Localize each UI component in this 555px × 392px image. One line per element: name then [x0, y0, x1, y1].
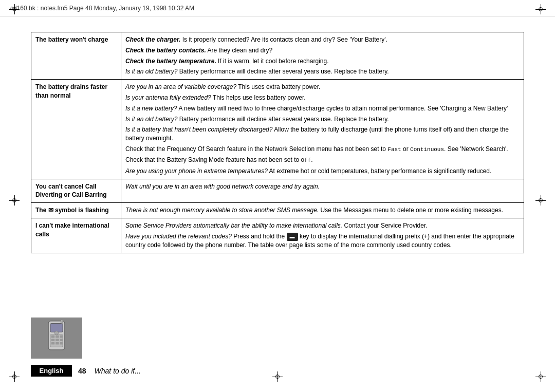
content-line: Is it an old battery? Battery performanc… — [125, 115, 520, 124]
crosshair-top-left — [9, 4, 20, 14]
header-bar: cd160.bk : notes.fm5 Page 48 Monday, Jan… — [0, 0, 555, 16]
page-number: 48 — [78, 367, 86, 375]
content-line: Are you in an area of variable coverage?… — [125, 83, 520, 91]
table-row: The ✉ symbol is flashing There is not en… — [31, 203, 524, 218]
table-row: I can't make international calls Some Se… — [31, 218, 524, 253]
svg-rect-6 — [51, 339, 55, 341]
svg-rect-8 — [60, 339, 63, 341]
table-row: You can't cancel Call Diverting or Call … — [31, 179, 524, 203]
svg-rect-7 — [55, 339, 59, 341]
troubleshoot-table: The battery won't charge Check the charg… — [31, 32, 524, 253]
content-line: Is it a new battery? A new battery will … — [125, 104, 520, 113]
crosshair-top-right — [535, 4, 546, 14]
row-label: The ✉ symbol is flashing — [31, 203, 121, 218]
header-text: cd160.bk : notes.fm5 Page 48 Monday, Jan… — [10, 5, 194, 12]
svg-rect-1 — [50, 324, 63, 332]
svg-rect-10 — [55, 342, 59, 345]
svg-rect-4 — [55, 335, 59, 338]
svg-rect-11 — [60, 342, 63, 345]
content-line: There is not enough memory available to … — [125, 206, 520, 215]
row-content: Wait until you are in an area with good … — [121, 179, 524, 203]
phone-icon — [44, 320, 69, 356]
content-line: Check the battery temperature. If it is … — [125, 57, 520, 66]
row-label: You can't cancel Call Diverting or Call … — [31, 179, 121, 203]
content-line: Check the battery contacts. Are they cle… — [125, 46, 520, 55]
row-content: There is not enough memory available to … — [121, 203, 524, 218]
content-line: Is your antenna fully extended? This hel… — [125, 94, 520, 102]
row-content: Check the charger. Is it properly connec… — [121, 32, 524, 80]
table-row: The battery drains faster than normal Ar… — [31, 80, 524, 179]
row-label: I can't make international calls — [31, 218, 121, 253]
svg-rect-5 — [60, 335, 63, 338]
content-line: Have you included the relevant codes? Pr… — [125, 232, 520, 250]
row-content: Are you in an area of variable coverage?… — [121, 80, 524, 179]
svg-point-13 — [54, 331, 58, 334]
svg-rect-3 — [51, 335, 55, 338]
english-badge: English — [31, 365, 72, 377]
key-button: ▬ — [287, 233, 298, 241]
svg-rect-12 — [61, 320, 63, 324]
content-line: Some Service Providers automatically bar… — [125, 221, 520, 230]
main-content: The battery won't charge Check the charg… — [0, 16, 555, 392]
content-line: Is it a battery that hasn't been complet… — [125, 125, 520, 143]
row-label: The battery won't charge — [31, 32, 121, 80]
content-line: Check that the Battery Saving Mode featu… — [125, 156, 520, 164]
phone-image-area — [31, 318, 82, 359]
content-line: Check that the Frequency Of Search featu… — [125, 145, 520, 154]
table-row: The battery won't charge Check the charg… — [31, 32, 524, 80]
row-label: The battery drains faster than normal — [31, 80, 121, 179]
content-line: Check the charger. Is it properly connec… — [125, 35, 520, 44]
content-line: Is it an old battery? Battery performanc… — [125, 67, 520, 76]
content-line: Wait until you are in an area with good … — [125, 182, 520, 191]
svg-rect-9 — [51, 342, 55, 345]
page-label: What to do if... — [95, 367, 141, 375]
content-line: Are you using your phone in extreme temp… — [125, 167, 520, 176]
footer: English 48 What to do if... — [31, 365, 524, 377]
row-content: Some Service Providers automatically bar… — [121, 218, 524, 253]
